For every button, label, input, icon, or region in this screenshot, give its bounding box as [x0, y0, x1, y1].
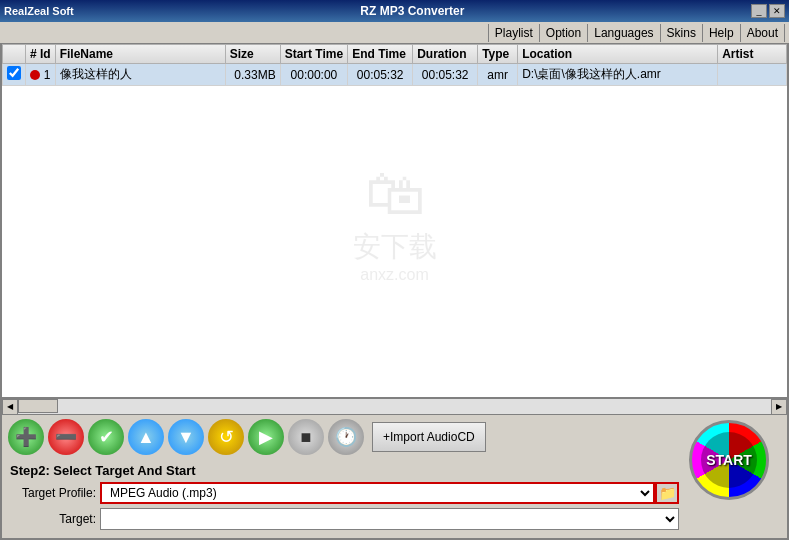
timer-button[interactable]: 🕐	[328, 419, 364, 455]
menu-item-skins[interactable]: Skins	[661, 24, 703, 42]
close-button[interactable]: ✕	[769, 4, 785, 18]
menu-item-about[interactable]: About	[741, 24, 785, 42]
profile-select-wrapper: MPEG Audio (.mp3)WAV Audio (.wav)OGG Aud…	[100, 482, 679, 504]
menu-bar: PlaylistOptionLanguagesSkinsHelpAbout	[0, 22, 789, 44]
col-header-duration[interactable]: Duration	[413, 45, 478, 64]
scroll-right-button[interactable]: ▶	[771, 399, 787, 415]
remove-button[interactable]: ➖	[48, 419, 84, 455]
col-header-end[interactable]: End Time	[348, 45, 413, 64]
horizontal-scrollbar[interactable]: ◀ ▶	[2, 398, 787, 414]
scroll-thumb[interactable]	[18, 399, 58, 413]
menu-item-option[interactable]: Option	[540, 24, 588, 42]
col-header-start[interactable]: Start Time	[280, 45, 347, 64]
profile-row: Target Profile: MPEG Audio (.mp3)WAV Aud…	[10, 482, 679, 504]
watermark-sub: anxz.com	[353, 265, 437, 283]
row-filename: 像我这样的人	[55, 64, 225, 86]
window-title: RZ MP3 Converter	[74, 4, 751, 18]
start-area: START	[689, 420, 769, 500]
start-inner: START	[701, 432, 757, 488]
profile-label: Target Profile:	[10, 486, 100, 500]
scroll-left-button[interactable]: ◀	[2, 399, 18, 415]
col-header-check	[3, 45, 26, 64]
play-button[interactable]: ▶	[248, 419, 284, 455]
scroll-track[interactable]	[18, 399, 771, 414]
file-table: # Id FileName Size Start Time End Time D…	[2, 44, 787, 86]
row-location: D:\桌面\像我这样的人.amr	[518, 64, 718, 86]
target-select-wrapper	[100, 508, 679, 530]
status-dot	[30, 70, 40, 80]
row-artist	[718, 64, 787, 86]
row-id: 1	[26, 64, 56, 86]
col-header-id[interactable]: # Id	[26, 45, 56, 64]
add-button[interactable]: ➕	[8, 419, 44, 455]
table-area: # Id FileName Size Start Time End Time D…	[2, 44, 787, 398]
toolbar: ➕ ➖ ✔ ▲ ▼ ↺ ▶ ■ 🕐 +Import AudioCD	[2, 414, 787, 459]
table-row[interactable]: 1像我这样的人0.33MB00:00:0000:05:3200:05:32amr…	[3, 64, 787, 86]
check-all-button[interactable]: ✔	[88, 419, 124, 455]
main-window: # Id FileName Size Start Time End Time D…	[0, 44, 789, 540]
stop-button[interactable]: ■	[288, 419, 324, 455]
target-row: Target:	[10, 508, 679, 530]
watermark: 🛍 安下载 anxz.com	[353, 158, 437, 283]
bottom-wrapper: Step2: Select Target And Start Target Pr…	[10, 463, 779, 530]
col-header-size[interactable]: Size	[225, 45, 280, 64]
row-duration: 00:05:32	[413, 64, 478, 86]
start-label: START	[706, 452, 752, 468]
move-up-button[interactable]: ▲	[128, 419, 164, 455]
app-name: RealZeal Soft	[4, 5, 74, 17]
col-header-type[interactable]: Type	[478, 45, 518, 64]
table-header: # Id FileName Size Start Time End Time D…	[3, 45, 787, 64]
start-button[interactable]: START	[689, 420, 769, 500]
watermark-text: 安下载	[353, 227, 437, 265]
target-select[interactable]	[100, 508, 679, 530]
window-controls: _ ✕	[751, 4, 785, 18]
row-checkbox[interactable]	[7, 66, 21, 80]
col-header-filename[interactable]: FileName	[55, 45, 225, 64]
table-body: 1像我这样的人0.33MB00:00:0000:05:3200:05:32amr…	[3, 64, 787, 86]
row-start-time: 00:00:00	[280, 64, 347, 86]
col-header-location[interactable]: Location	[518, 45, 718, 64]
title-bar: RealZeal Soft RZ MP3 Converter _ ✕	[0, 0, 789, 22]
menu-item-help[interactable]: Help	[703, 24, 741, 42]
menu-item-languages[interactable]: Languages	[588, 24, 660, 42]
target-label: Target:	[10, 512, 100, 526]
browse-profile-button[interactable]: 📁	[655, 482, 679, 504]
import-audiocd-button[interactable]: +Import AudioCD	[372, 422, 486, 452]
refresh-button[interactable]: ↺	[208, 419, 244, 455]
bottom-section: Step2: Select Target And Start Target Pr…	[2, 459, 787, 538]
profile-select[interactable]: MPEG Audio (.mp3)WAV Audio (.wav)OGG Aud…	[100, 482, 655, 504]
row-end-time: 00:05:32	[348, 64, 413, 86]
col-header-artist[interactable]: Artist	[718, 45, 787, 64]
menu-item-playlist[interactable]: Playlist	[488, 24, 540, 42]
row-size: 0.33MB	[225, 64, 280, 86]
step-label: Step2: Select Target And Start	[10, 463, 679, 478]
minimize-button[interactable]: _	[751, 4, 767, 18]
watermark-icon: 🛍	[353, 158, 437, 227]
move-down-button[interactable]: ▼	[168, 419, 204, 455]
row-type: amr	[478, 64, 518, 86]
